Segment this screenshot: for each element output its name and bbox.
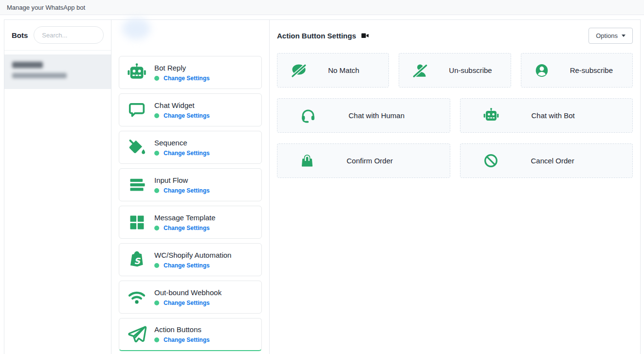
feature-card-chat-widget[interactable]: Chat Widget Change Settings <box>119 93 262 126</box>
action-card-cancel-order[interactable]: Cancel Order <box>460 143 633 178</box>
status-dot <box>154 226 159 230</box>
feature-card-action-buttons[interactable]: Action Buttons Change Settings <box>119 318 262 351</box>
feature-card-bot-reply[interactable]: Bot Reply Change Settings <box>119 56 262 89</box>
action-label: Confirm Order <box>347 157 393 165</box>
feature-title: Message Template <box>154 213 216 222</box>
feature-card-outbound-webhook[interactable]: Out-bound Webhook Change Settings <box>119 281 262 314</box>
options-label: Options <box>596 32 618 39</box>
shopping-bag-icon <box>300 153 314 169</box>
status-dot <box>154 113 159 118</box>
bars-icon <box>119 176 154 194</box>
sidebar-header: Bots <box>4 20 111 51</box>
wifi-icon <box>119 288 154 306</box>
change-settings-link[interactable]: Change Settings <box>164 336 210 343</box>
actions-row-2: Chat with Human Chat with Bot <box>277 98 633 133</box>
feature-title: Input Flow <box>154 176 210 184</box>
change-settings-link[interactable]: Change Settings <box>164 75 210 82</box>
action-label: Cancel Order <box>531 157 574 165</box>
topbar: Manage your WhatsApp bot <box>0 0 644 15</box>
feature-column: Bot Reply Change Settings Chat Widget Ch… <box>111 20 270 354</box>
action-label: Un-subscribe <box>449 66 492 74</box>
status-dot <box>154 151 159 156</box>
status-dot <box>154 337 159 342</box>
feature-title: Action Buttons <box>154 325 210 334</box>
feature-card-input-flow[interactable]: Input Flow Change Settings <box>119 168 262 201</box>
video-camera-icon[interactable] <box>361 32 369 40</box>
main-card: Bots Bot Reply Ch <box>4 19 641 354</box>
change-settings-link[interactable]: Change Settings <box>164 262 210 269</box>
paint-fill-icon <box>119 138 154 157</box>
options-button[interactable]: Options <box>589 28 633 44</box>
feature-title: Bot Reply <box>154 64 210 72</box>
bots-heading: Bots <box>12 31 28 39</box>
redacted-bot-name <box>12 62 43 68</box>
selected-bot-item[interactable] <box>4 54 111 89</box>
ban-icon <box>483 153 499 169</box>
action-label: Re-subscribe <box>570 66 613 74</box>
panel-header: Action Button Settings Options <box>277 28 633 44</box>
change-settings-link[interactable]: Change Settings <box>164 300 210 306</box>
robot-icon <box>483 107 499 124</box>
paper-plane-icon <box>119 324 154 345</box>
headset-icon <box>300 107 316 124</box>
status-dot <box>154 263 159 268</box>
user-circle-icon <box>534 62 550 79</box>
page-title: Manage your WhatsApp bot <box>7 4 85 11</box>
status-dot <box>154 188 159 193</box>
feature-title: Sequence <box>154 139 210 147</box>
action-card-chat-with-bot[interactable]: Chat with Bot <box>460 98 633 133</box>
panel-title: Action Button Settings <box>277 32 356 40</box>
actions-row-1: No Match Un-subscribe <box>277 53 633 88</box>
feature-card-message-template[interactable]: Message Template Change Settings <box>119 206 262 239</box>
change-settings-link[interactable]: Change Settings <box>164 150 210 157</box>
action-card-no-match[interactable]: No Match <box>277 53 389 88</box>
action-card-chat-with-human[interactable]: Chat with Human <box>277 98 450 133</box>
action-card-unsubscribe[interactable]: Un-subscribe <box>399 53 511 88</box>
action-label: Chat with Human <box>349 111 405 120</box>
action-label: No Match <box>328 66 359 74</box>
robot-icon <box>119 63 154 82</box>
bots-sidebar: Bots <box>4 20 111 354</box>
feature-title: WC/Shopify Automation <box>154 251 231 259</box>
svg-text:S: S <box>134 256 141 266</box>
blurred-blob <box>122 18 150 39</box>
feature-title: Out-bound Webhook <box>154 288 221 297</box>
feature-card-sequence[interactable]: Sequence Change Settings <box>119 131 262 164</box>
user-slash-icon <box>412 62 428 79</box>
action-card-resubscribe[interactable]: Re-subscribe <box>521 53 633 88</box>
feature-card-shopify-automation[interactable]: S WC/Shopify Automation Change Settings <box>119 243 262 276</box>
action-button-settings-panel: Action Button Settings Options <box>270 20 640 354</box>
shopify-bag-icon: S <box>119 249 154 270</box>
feature-title: Chat Widget <box>154 101 210 109</box>
actions-row-3: Confirm Order Cancel Order <box>277 143 633 178</box>
bot-search-input[interactable] <box>34 26 104 44</box>
caret-down-icon <box>622 35 626 37</box>
grid-icon <box>119 213 154 231</box>
redacted-bot-phone <box>12 73 67 78</box>
chat-bubble-icon <box>119 101 154 119</box>
status-dot <box>154 76 159 81</box>
action-label: Chat with Bot <box>532 111 575 120</box>
change-settings-link[interactable]: Change Settings <box>164 187 210 194</box>
status-dot <box>154 301 159 305</box>
change-settings-link[interactable]: Change Settings <box>164 112 210 119</box>
change-settings-link[interactable]: Change Settings <box>164 225 210 231</box>
action-card-confirm-order[interactable]: Confirm Order <box>277 143 450 178</box>
comment-slash-icon <box>290 62 308 79</box>
